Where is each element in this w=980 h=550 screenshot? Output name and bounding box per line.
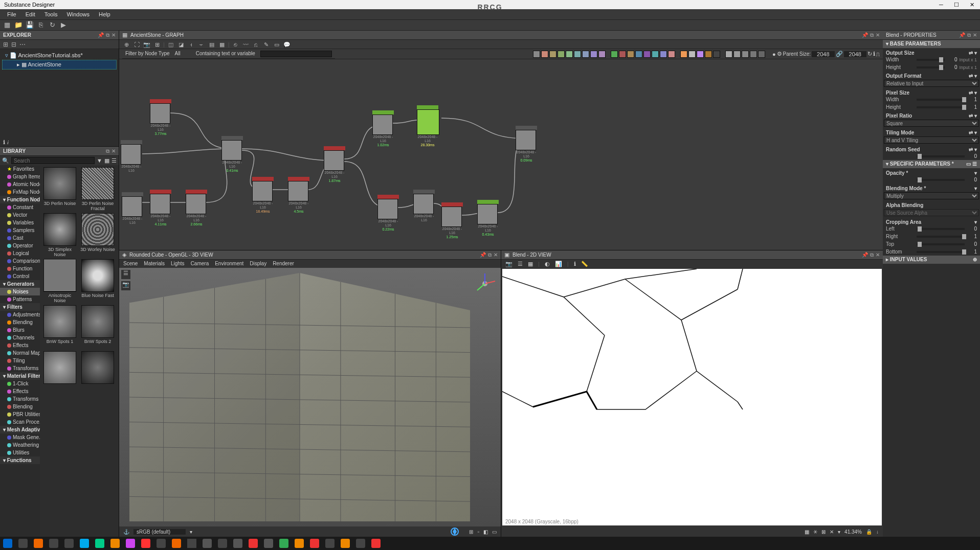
crop-left-slider[interactable] [917, 228, 965, 230]
lib-thumb[interactable]: 3D Worley Noise [80, 213, 116, 257]
graph-node[interactable]: 2048x2048 - L1616.49ms [252, 177, 274, 213]
taskbar-icon[interactable] [3, 539, 12, 548]
menu-camera[interactable]: Camera [191, 261, 209, 267]
save-all-icon[interactable]: ⎘ [37, 21, 45, 29]
lib-category[interactable]: ▾ Material Filters [0, 372, 40, 380]
lib-category[interactable]: Blending [0, 403, 40, 410]
tool-icon[interactable]: ℹ [574, 261, 576, 267]
taskbar-icon[interactable] [325, 539, 335, 548]
graph-node[interactable]: 2048x2048 - L163.77ms [150, 99, 171, 135]
align-icon[interactable]: ▦ [218, 40, 226, 49]
swatch[interactable] [558, 51, 565, 58]
link-icon[interactable]: ⎋ [232, 40, 240, 49]
menu-renderer[interactable]: Renderer [273, 261, 294, 267]
icon[interactable]: ▫ [477, 529, 479, 535]
gizmo-icon[interactable] [472, 271, 498, 296]
graph-node[interactable]: 2048x2048 - L16 [121, 140, 142, 173]
swatch[interactable] [574, 51, 581, 58]
filter-icon[interactable]: ▼ [97, 157, 102, 164]
menu-scene[interactable]: Scene [123, 261, 138, 267]
graph-node[interactable]: 2048x2048 - L162.66ms [186, 190, 207, 226]
comment-icon[interactable]: 💬 [283, 40, 291, 49]
link-icon[interactable]: 🔗 [836, 51, 843, 57]
align-icon[interactable]: ◪ [177, 40, 185, 49]
inherit-icon[interactable]: ⇄ ▾ [969, 73, 977, 79]
pixel-height-slider[interactable] [917, 106, 965, 108]
taskbar-icon[interactable] [95, 539, 104, 548]
close-icon[interactable]: ✕ [965, 2, 979, 8]
lib-category[interactable]: Tiling [0, 357, 40, 364]
containing-input[interactable] [260, 51, 332, 57]
lib-category[interactable]: 1-Click [0, 380, 40, 387]
tool-icon[interactable]: 📷 [505, 261, 513, 267]
lib-category[interactable]: Comparison [0, 257, 40, 265]
graph-node[interactable]: 2048x2048 - L164.5ms [288, 177, 309, 213]
swatch[interactable] [611, 51, 618, 58]
lib-category[interactable]: Samplers [0, 226, 40, 234]
lib-category[interactable]: Cast [0, 234, 40, 242]
lib-category[interactable]: ▾ Functions [0, 456, 40, 464]
new-icon[interactable]: ▦ [3, 21, 11, 29]
lib-category[interactable]: Effects [0, 387, 40, 395]
gear-icon[interactable]: ⚙ [777, 51, 782, 57]
lib-category[interactable]: Adjustments [0, 311, 40, 318]
swatch[interactable] [758, 51, 765, 58]
pin-icon[interactable]: 📌 [862, 32, 868, 38]
taskbar-icon[interactable] [187, 539, 196, 548]
tree-graph-selected[interactable]: ▸ ▦ AncientStone [2, 60, 117, 70]
close-panel-icon[interactable]: ✕ [112, 32, 116, 38]
view2d-viewport[interactable]: 2048 x 2048 (Grayscale, 16bpp) [501, 268, 883, 526]
graph-canvas[interactable]: 2048x2048 - L163.77ms2048x2048 - L162048… [119, 59, 883, 250]
tiling-mode-select[interactable]: H and V Tiling [884, 136, 979, 144]
nav-icon[interactable] [444, 528, 465, 536]
tool-icon[interactable]: ⋯ [19, 41, 26, 48]
swatch[interactable] [533, 51, 540, 58]
taskbar-icon[interactable] [64, 539, 74, 548]
inherit-icon[interactable]: ▾ [974, 170, 977, 176]
lib-category[interactable]: Transforms [0, 364, 40, 372]
lib-category[interactable]: Scan Proce... [0, 418, 40, 426]
taskbar-icon[interactable] [371, 539, 381, 548]
menu-edit[interactable]: Edit [21, 10, 39, 18]
search-input[interactable] [11, 157, 95, 164]
close-panel-icon[interactable]: ✕ [494, 252, 498, 258]
icon[interactable]: ✕ [830, 529, 834, 535]
refresh-icon[interactable]: ↻ [48, 21, 56, 29]
lib-category[interactable]: ▾ Filters [0, 303, 40, 311]
lib-category[interactable]: Blending [0, 318, 40, 326]
crop-bottom-slider[interactable] [917, 251, 965, 253]
graph-node[interactable]: 2048x2048 - L161.02ms [372, 110, 394, 147]
parent-h[interactable]: 2048 [844, 51, 866, 57]
icon[interactable]: ▦ [805, 529, 809, 535]
tool-icon[interactable]: ⊞ [3, 41, 8, 48]
lib-thumb[interactable] [80, 351, 116, 395]
lib-category[interactable]: Blurs [0, 326, 40, 334]
close-panel-icon[interactable]: ✕ [876, 252, 880, 258]
parent-w[interactable]: 2048 [812, 51, 834, 57]
swatch[interactable] [541, 51, 548, 58]
inherit-icon[interactable]: ⇄ ▾ [969, 113, 977, 119]
icon[interactable]: ☰ [972, 161, 977, 167]
align-icon[interactable]: ⫟ [197, 40, 206, 49]
taskbar-icon[interactable] [341, 539, 350, 548]
taskbar-icon[interactable] [218, 539, 227, 548]
menu-environment[interactable]: Environment [215, 261, 243, 267]
tool-icon[interactable]: 📷 [121, 281, 130, 290]
section-specific-parameters[interactable]: ▾ SPECIFIC PARAMETERS * ▭ ☰ [883, 160, 980, 168]
lib-category[interactable]: Function [0, 265, 40, 272]
swatch[interactable] [590, 51, 597, 58]
tool-icon[interactable]: ☰ [121, 270, 130, 279]
library-grid[interactable]: 3D Perlin Noise3D Perlin Noise Fractal3D… [40, 165, 119, 537]
taskbar-icon[interactable] [279, 539, 288, 548]
taskbar-icon[interactable] [310, 539, 319, 548]
graph-node[interactable]: 2048x2048 - L16 [413, 190, 435, 222]
lib-category[interactable]: ▾ Function Nodes [0, 196, 40, 203]
popout-icon[interactable]: ⧉ [870, 252, 874, 258]
popout-icon[interactable]: ⧉ [106, 148, 109, 154]
close-panel-icon[interactable]: ✕ [876, 32, 880, 38]
swatch[interactable] [627, 51, 634, 58]
tool-icon[interactable]: ⊟ [11, 41, 16, 48]
minimize-icon[interactable]: ─ [934, 2, 948, 8]
lib-thumb[interactable]: Blue Noise Fast [80, 259, 116, 303]
swatch[interactable] [713, 51, 720, 58]
